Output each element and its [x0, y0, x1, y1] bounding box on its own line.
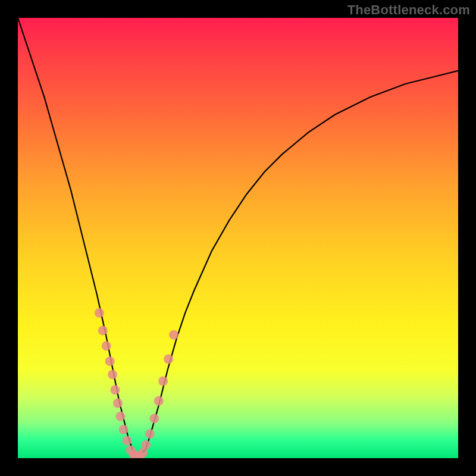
highlight-dot — [149, 414, 159, 423]
highlight-dot — [113, 399, 123, 408]
highlight-dot — [169, 330, 178, 340]
highlight-dot — [154, 396, 164, 406]
highlight-dot — [105, 356, 115, 366]
highlight-dot — [141, 440, 151, 450]
watermark-text: TheBottleneck.com — [347, 2, 470, 18]
highlight-dot — [145, 429, 155, 439]
highlight-dot — [95, 308, 104, 318]
highlight-dot — [115, 412, 125, 421]
chart-overlay-svg — [18, 18, 458, 458]
highlight-dot — [158, 377, 168, 386]
highlight-dot — [102, 341, 111, 350]
highlight-dot — [108, 369, 117, 379]
chart-plot-area — [18, 18, 458, 458]
highlight-dot — [119, 425, 129, 434]
highlight-dot — [164, 355, 173, 364]
highlight-dot — [98, 325, 108, 335]
highlight-dot — [111, 385, 120, 394]
highlight-dots-group — [95, 308, 178, 458]
highlight-dot — [123, 436, 132, 445]
bottleneck-curve — [18, 18, 458, 454]
chart-frame: TheBottleneck.com — [0, 0, 476, 476]
